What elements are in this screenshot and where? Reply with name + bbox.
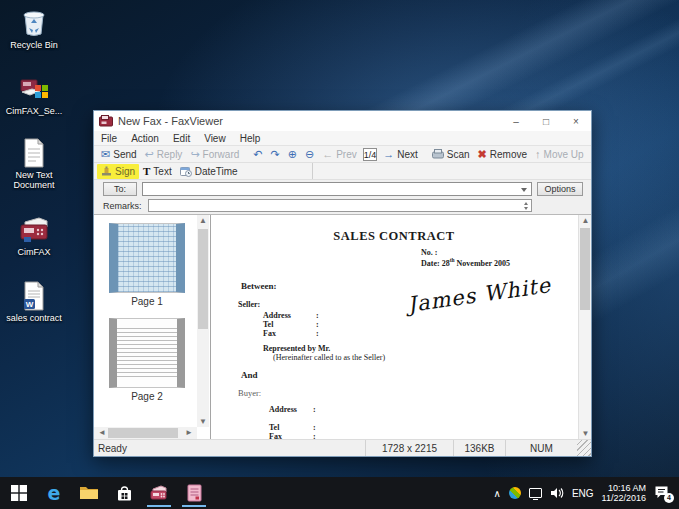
zoom-out-button[interactable]: ⊖ bbox=[301, 147, 318, 162]
remarks-label: Remarks: bbox=[103, 201, 143, 211]
menu-edit[interactable]: Edit bbox=[173, 133, 190, 144]
scroll-left-icon[interactable]: ◄ bbox=[96, 428, 108, 437]
rotate-right-button[interactable]: ↷ bbox=[267, 147, 284, 162]
tray-display-icon[interactable] bbox=[529, 488, 542, 498]
scrollbar-thumb[interactable] bbox=[198, 229, 208, 329]
scan-icon bbox=[432, 149, 444, 159]
forward-button[interactable]: ↪ Forward bbox=[186, 147, 243, 162]
remove-button[interactable]: ✖ Remove bbox=[474, 147, 531, 162]
spinner-icon[interactable] bbox=[521, 200, 530, 211]
doc-seller-address: Address: bbox=[263, 311, 333, 320]
options-button[interactable]: Options bbox=[537, 182, 583, 196]
colon: : bbox=[316, 329, 319, 338]
close-button[interactable]: × bbox=[561, 111, 591, 131]
scrollbar-thumb[interactable] bbox=[108, 428, 178, 438]
desktop-icon-label: sales contract bbox=[2, 313, 66, 323]
remarks-input[interactable] bbox=[148, 199, 532, 212]
menu-action[interactable]: Action bbox=[131, 133, 159, 144]
menu-bar: File Action Edit View Help bbox=[94, 131, 591, 146]
address-label: Address bbox=[269, 405, 297, 414]
menu-view[interactable]: View bbox=[204, 133, 226, 144]
desktop-icon-label: CimFAX bbox=[2, 247, 66, 257]
desktop-icon-cimfax-setup[interactable]: CimFAX_Se... bbox=[2, 72, 66, 116]
scroll-up-icon[interactable]: ▲ bbox=[579, 216, 592, 225]
desktop-icon-sales-contract[interactable]: W sales contract bbox=[2, 281, 66, 323]
remarks-row: Remarks: bbox=[94, 197, 591, 214]
thumbnail-vertical-scrollbar[interactable]: ▲ ▼ bbox=[197, 215, 209, 427]
sign-icon bbox=[101, 166, 112, 176]
desktop-icon-recycle-bin[interactable]: Recycle Bin bbox=[2, 6, 66, 50]
desktop: Recycle Bin CimFAX_Se... New Text Docume… bbox=[0, 0, 679, 509]
start-button[interactable] bbox=[6, 479, 32, 507]
tray-network-icon[interactable] bbox=[509, 487, 521, 499]
thumbnail-horizontal-scrollbar[interactable]: ◄ ► bbox=[94, 427, 197, 439]
tray-chevron-up-icon[interactable]: ∧ bbox=[494, 488, 501, 499]
zoom-in-button[interactable]: ⊕ bbox=[284, 147, 301, 162]
taskbar-edge-button[interactable]: e bbox=[41, 479, 67, 507]
colon: : bbox=[313, 423, 316, 432]
scrollbar-thumb[interactable] bbox=[580, 228, 590, 310]
sign-label: Sign bbox=[115, 166, 135, 177]
thumbnail-page-1[interactable]: Page 1 bbox=[108, 223, 186, 307]
system-tray: ∧ ENG 10:16 AM 11/22/2016 4 bbox=[494, 483, 679, 503]
rotate-left-button[interactable]: ↶ bbox=[249, 147, 266, 162]
document-vertical-scrollbar[interactable]: ▲ ▼ bbox=[578, 215, 591, 439]
menu-file[interactable]: File bbox=[101, 133, 117, 144]
menu-help[interactable]: Help bbox=[240, 133, 261, 144]
resize-grip[interactable] bbox=[577, 440, 591, 456]
window-title: New Fax - FaxViewer bbox=[118, 115, 501, 127]
reply-button[interactable]: ↩ Reply bbox=[141, 147, 187, 162]
scroll-right-icon[interactable]: ► bbox=[183, 428, 195, 437]
page-2-thumbnail-image[interactable] bbox=[109, 318, 185, 388]
scroll-down-icon[interactable]: ▼ bbox=[197, 417, 209, 426]
doc-hereinafter: (Hereinafter called to as the Seller) bbox=[273, 353, 385, 362]
zoom-in-icon: ⊕ bbox=[288, 149, 297, 160]
taskbar-file-explorer-button[interactable] bbox=[76, 479, 102, 507]
thumbnail-page-2[interactable]: Page 2 bbox=[108, 318, 186, 402]
tray-speaker-icon[interactable] bbox=[550, 487, 564, 499]
scroll-down-icon[interactable]: ▼ bbox=[579, 429, 592, 438]
reply-icon: ↩ bbox=[145, 149, 154, 160]
forward-label: Forward bbox=[203, 149, 240, 160]
desktop-icon-cimfax[interactable]: CimFAX bbox=[2, 213, 66, 257]
doc-and: And bbox=[241, 370, 258, 380]
annotation-tab-group: Sign T Text DateTime bbox=[97, 163, 313, 179]
thumbnail-label: Page 1 bbox=[108, 296, 186, 307]
prev-page-button[interactable]: ← Prev bbox=[318, 147, 361, 162]
send-button[interactable]: ✉ Send bbox=[97, 147, 141, 162]
datetime-label: DateTime bbox=[195, 166, 238, 177]
colon: : bbox=[313, 405, 316, 414]
doc-buyer-tel: Tel: bbox=[269, 423, 339, 432]
action-center-button[interactable]: 4 bbox=[654, 485, 671, 501]
titlebar[interactable]: New Fax - FaxViewer – □ × bbox=[94, 111, 591, 131]
move-up-button[interactable]: ↑ Move Up bbox=[531, 147, 588, 162]
page-1-thumbnail-image[interactable] bbox=[109, 223, 185, 293]
taskbar-faxviewer-button[interactable] bbox=[181, 479, 207, 507]
text-document-icon bbox=[22, 138, 46, 168]
chevron-down-icon[interactable] bbox=[521, 188, 527, 192]
minimize-button[interactable]: – bbox=[501, 111, 531, 131]
text-button[interactable]: T Text bbox=[139, 164, 176, 179]
send-label: Send bbox=[113, 149, 136, 160]
word-document-icon: W bbox=[22, 281, 46, 311]
move-down-button[interactable]: ↓ Move Do bbox=[588, 147, 591, 162]
taskbar-store-button[interactable] bbox=[111, 479, 137, 507]
taskbar-cimfax-button[interactable] bbox=[146, 479, 172, 507]
desktop-icon-new-text-document[interactable]: New Text Document bbox=[2, 138, 66, 190]
document-title: SALES CONTRACT bbox=[211, 229, 577, 244]
page-indicator[interactable]: 1/4 bbox=[363, 148, 378, 161]
recipient-combobox[interactable] bbox=[142, 182, 532, 196]
fax-page: SALES CONTRACT No. : Date: 28th November… bbox=[211, 215, 577, 439]
tray-clock[interactable]: 10:16 AM 11/22/2016 bbox=[602, 483, 646, 503]
sign-button[interactable]: Sign bbox=[97, 164, 139, 179]
maximize-button[interactable]: □ bbox=[531, 111, 561, 131]
to-button[interactable]: To: bbox=[103, 182, 137, 196]
next-icon: → bbox=[383, 149, 394, 160]
tray-time: 10:16 AM bbox=[602, 483, 646, 493]
scroll-up-icon[interactable]: ▲ bbox=[197, 216, 209, 225]
prev-label: Prev bbox=[336, 149, 357, 160]
next-page-button[interactable]: → Next bbox=[379, 147, 422, 162]
datetime-button[interactable]: DateTime bbox=[176, 164, 242, 179]
scan-button[interactable]: Scan bbox=[428, 147, 474, 162]
tray-language-indicator[interactable]: ENG bbox=[572, 488, 594, 499]
